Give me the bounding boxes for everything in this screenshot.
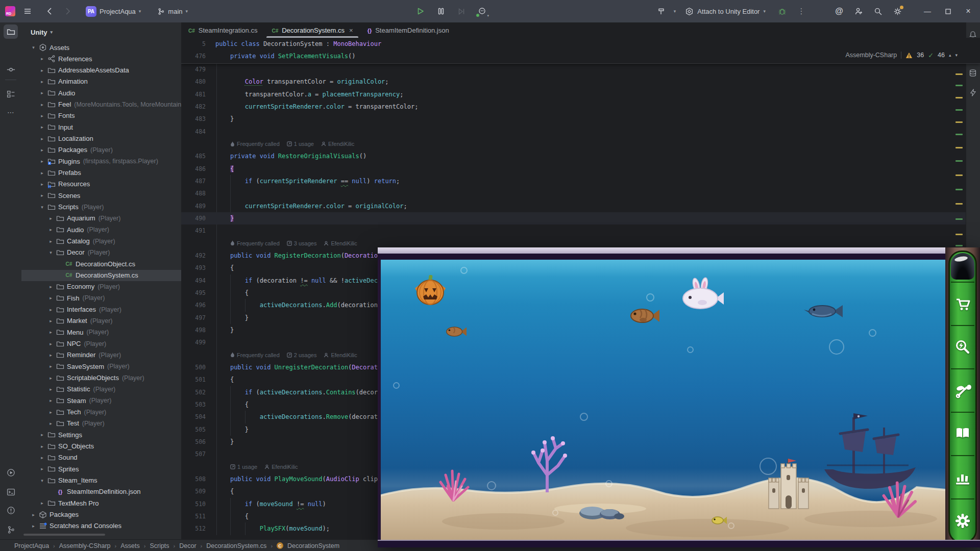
tree-item-settings[interactable]: ▸Settings [21,429,182,440]
line-number[interactable]: 488 [181,190,208,197]
error-stripe-mark[interactable] [955,109,963,111]
line-number[interactable]: 499 [181,339,208,346]
line-number[interactable]: 506 [181,438,208,445]
tree-chevron-icon[interactable]: ▸ [46,216,56,221]
tree-item-fonts[interactable]: ▸Fonts [21,110,182,121]
tree-chevron-icon[interactable]: ▸ [37,500,47,506]
gradle-tool-icon[interactable] [966,85,979,99]
line-number[interactable]: 497 [181,314,208,321]
line-number[interactable]: 483 [181,115,208,122]
tree-chevron-icon[interactable]: ▸ [37,113,47,118]
author-hint[interactable]: EfendiKilic [321,141,354,147]
tree-item-menu[interactable]: ▸Menu(Player) [21,327,182,338]
commit-tool-icon[interactable] [4,62,18,77]
breadcrumb-item[interactable]: ProjectAqua [14,542,49,549]
line-number[interactable]: 512 [181,525,208,532]
run-config-selector[interactable]: Attach to Unity Editor ▾ [681,4,770,19]
version-control-tool-icon[interactable] [4,522,18,537]
error-stripe-mark[interactable] [955,203,963,205]
tree-item-localization[interactable]: ▸Localization [21,133,182,144]
error-stripe-mark[interactable] [955,134,963,135]
tree-chevron-icon[interactable]: ▸ [46,330,56,335]
tree-chevron-icon[interactable]: ▸ [46,410,56,415]
more-tools-icon[interactable]: ⋯ [4,105,18,119]
pause-button[interactable] [434,4,448,18]
tree-chevron-icon[interactable]: ▸ [37,193,47,198]
frequently-called-hint[interactable]: Frequently called [230,352,280,358]
tree-item-market[interactable]: ▸Market(Player) [21,315,182,327]
tree-chevron-icon[interactable]: ▸ [37,147,47,153]
tree-item-reminder[interactable]: ▸Reminder(Player) [21,349,182,361]
line-number[interactable]: 507 [181,450,208,458]
error-stripe-mark[interactable] [955,160,963,162]
tree-item-textmesh-pro[interactable]: ▸TextMesh Pro [21,497,182,509]
line-number[interactable]: 510 [181,500,208,508]
breadcrumb-item[interactable]: Assets [120,542,140,549]
error-stripe-mark[interactable] [955,245,963,246]
tree-chevron-icon[interactable]: ▸ [46,295,56,300]
usages-hint[interactable]: 2 usages [287,352,317,358]
tree-item-economy[interactable]: ▸Economy(Player) [21,281,182,292]
line-number[interactable]: 489 [181,203,208,210]
database-tool-icon[interactable] [966,66,979,80]
tree-chevron-icon[interactable]: ▸ [37,466,47,471]
search-icon[interactable] [871,4,885,18]
tree-chevron-icon[interactable]: ▸ [46,421,56,426]
close-button[interactable]: × [961,4,976,19]
tree-chevron-icon[interactable]: ▸ [46,364,56,369]
tree-item-aquarium[interactable]: ▸Aquarium(Player) [21,213,182,224]
usages-hint[interactable]: 1 usage [287,141,314,147]
tree-item-sound[interactable]: ▸Sound [21,452,182,463]
tree-chevron-icon[interactable]: ▸ [46,239,56,244]
line-number[interactable]: 501 [181,376,208,383]
error-stripe-mark[interactable] [955,234,963,235]
tree-chevron-icon[interactable]: ▸ [46,375,56,381]
line-number[interactable]: 503 [181,401,208,408]
line-number[interactable]: 496 [181,302,208,309]
forward-icon[interactable] [60,4,75,18]
tree-item-resources[interactable]: ▸Resources [21,179,182,190]
tree-chevron-icon[interactable]: ▾ [29,45,38,50]
tree-item-addressableassetsdata[interactable]: ▸AddressableAssetsData [21,65,182,76]
error-stripe-mark[interactable] [955,121,963,123]
tree-chevron-icon[interactable]: ▸ [37,90,47,95]
back-icon[interactable] [43,4,57,18]
terminal-tool-icon[interactable] [4,485,18,499]
tree-item-so-objects[interactable]: ▸SO_Objects [21,441,182,452]
line-number[interactable]: 508 [181,475,208,483]
build-hammer-icon[interactable] [654,4,669,18]
line-number[interactable]: 485 [181,153,208,160]
breadcrumb-item[interactable]: DecorationSystem.cs [206,542,266,549]
inspection-widget[interactable]: Assembly-CSharp 36 ✓ 46 ▴ ▾ [845,49,958,61]
close-tab-icon[interactable]: × [349,27,353,34]
tree-item-savesystem[interactable]: ▸SaveSystem(Player) [21,361,182,372]
line-number[interactable]: 5 [181,40,208,47]
tree-item-steam[interactable]: ▸Steam(Player) [21,395,182,406]
line-number[interactable]: 493 [181,264,208,271]
line-number[interactable]: 492 [181,252,208,259]
tree-item-test[interactable]: ▸Test(Player) [21,418,182,429]
tree-item-tech[interactable]: ▸Tech(Player) [21,407,182,418]
line-number[interactable]: 505 [181,426,208,433]
game-window-titlebar[interactable] [378,247,945,254]
usages-hint[interactable]: 1 usage [230,464,257,470]
frequently-called-hint[interactable]: Frequently called [230,240,280,246]
tree-chevron-icon[interactable]: ▸ [46,341,56,346]
editor-tab-decorationsystem-cs[interactable]: C#DecorationSystem.cs× [264,22,360,38]
editor-tab-steamitemdefinition-json[interactable]: {}SteamItemDefinition.json [360,22,456,38]
line-number[interactable]: 482 [181,103,208,110]
tree-item-input[interactable]: ▸Input [21,121,182,133]
line-number[interactable]: 509 [181,488,208,495]
project-tool-icon[interactable] [4,24,18,39]
tree-chevron-icon[interactable]: ▾ [37,478,47,483]
run-button[interactable] [413,4,428,18]
frequently-called-hint[interactable]: Frequently called [230,141,280,147]
tree-item-decorationsystem-cs[interactable]: C#DecorationSystem.cs [21,270,182,281]
author-hint[interactable]: EfendiKilic [264,464,298,470]
tree-item-fish[interactable]: ▸Fish(Player) [21,292,182,304]
tree-item-steamitemdefinition-json[interactable]: {}SteamItemDefinition.json [21,486,182,497]
tree-chevron-icon[interactable]: ▾ [46,250,56,255]
author-hint[interactable]: EfendiKilic [324,240,357,246]
more-actions-icon[interactable]: ⋮ [794,4,808,18]
tree-item-scratches-and-consoles[interactable]: ▸Scratches and Consoles [21,520,182,532]
